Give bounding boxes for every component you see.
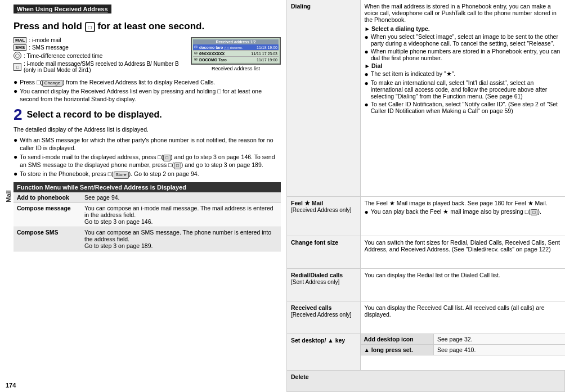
sms-icon-text: : SMS message <box>29 44 69 51</box>
right-label-redial: Redial/Dialed calls[Sent Address only] <box>287 268 360 301</box>
icon-row-sms: SMS : SMS message <box>14 44 185 51</box>
received-calls-qualifier: [Received Address only] <box>291 312 351 318</box>
right-table: Dialing When the mail address is stored … <box>287 0 565 392</box>
screen-row-3: ✉ DOCOMO Taro 11/17 19:00 <box>193 57 279 62</box>
step2-dot-2: ● <box>14 154 17 161</box>
bullet-text-1: Press □(Change) from the Received Addres… <box>20 79 215 87</box>
func-desc-sms: You can compose an SMS message. The phon… <box>81 227 281 251</box>
dialing-dial-text: Dial <box>371 62 382 69</box>
step2-bullets: ● With an SMS message for which the othe… <box>14 137 281 178</box>
mail-icon-text: : i-mode mail <box>29 37 61 43</box>
page-number: 174 <box>6 382 16 389</box>
section-header-container: When Using Received Address <box>14 4 281 17</box>
right-label-received-calls: Received calls[Received Address only] <box>287 301 360 334</box>
row1-extra: △△docomo. <box>224 46 243 49</box>
func-desc-compose: You can compose an i-mode mail message. … <box>81 202 281 227</box>
dialing-bullet-5: ●To set Caller ID Notification, select "… <box>365 101 561 114</box>
func-label-compose: Compose message <box>14 202 81 227</box>
dialing-dot-2: ● <box>365 48 369 56</box>
right-row-set-desktop: Set desktop/ ▲ key Add desktop icon See … <box>287 334 565 371</box>
dialing-select-text: Select a dialing type. <box>371 25 430 32</box>
bullet-received-calls: ● Press □(Change) from the Received Addr… <box>14 79 281 87</box>
dual-icon-text: : i-mode mail message/SMS received to Ad… <box>24 61 185 73</box>
step2-bullet-2: ● To send i-mode mail to the displayed a… <box>14 154 281 170</box>
right-row-received-calls: Received calls[Received Address only] Yo… <box>287 301 565 334</box>
redial-qualifier: [Sent Address only] <box>291 279 339 285</box>
step2-dot-3: ● <box>14 170 17 178</box>
step2-text-2: To send i-mode mail to the displayed add… <box>20 154 281 170</box>
screen-row-2: ✉ 09XXXXXXXX 11/11 17 23:03 <box>193 51 279 57</box>
dialing-bullet-1: ●When you select "Select image", select … <box>365 33 561 47</box>
dialing-dot-4: ● <box>365 79 369 87</box>
right-row-font-size: Change font size You can switch the font… <box>287 236 565 268</box>
right-label-delete: Delete <box>287 370 565 391</box>
bullet-cannot-display: ● You cannot display the Received Addres… <box>14 88 281 103</box>
right-content-set-desktop: Add desktop icon See page 32. ▲ long pre… <box>360 334 565 371</box>
sub-row-long-press: ▲ long press set. See page 410. <box>361 345 565 355</box>
row2-icon: ✉ <box>194 51 198 56</box>
sub-label-add-icon: Add desktop icon <box>361 334 434 345</box>
bullet-dot-1: ● <box>14 79 17 86</box>
feel-mail-dot: ● <box>365 208 369 216</box>
right-label-set-desktop: Set desktop/ ▲ key <box>287 334 360 371</box>
dialing-dot-5: ● <box>365 101 369 109</box>
icon-legend: MAL : i-mode mail SMS : SMS message ◯ : … <box>14 37 185 74</box>
func-label-sms: Compose SMS <box>14 227 81 251</box>
step2-number: 2 <box>14 107 23 123</box>
mail-label: Mail <box>5 190 12 202</box>
dialing-dot-3: ● <box>365 70 369 78</box>
dual-icon: □ <box>14 63 21 71</box>
sub-row-add-icon: Add desktop icon See page 32. <box>361 334 565 345</box>
feel-mail-bullet: ●You can play back the Feel ★ mail image… <box>365 208 561 216</box>
left-column: Mail When Using Received Address Press a… <box>0 0 287 392</box>
row1-name: docomo taro <box>199 46 223 49</box>
right-content-font-size: You can switch the font sizes for Redial… <box>360 236 565 268</box>
right-row-dialing: Dialing When the mail address is stored … <box>287 0 565 196</box>
right-row-feel-mail: Feel ★ Mail[Received Address only] The F… <box>287 196 565 236</box>
screen-row-1: ✉ docomo taro △△docomo. 11/18 19:00 <box>193 44 279 51</box>
step2-text-1: With an SMS message for which the other … <box>20 137 281 152</box>
right-row-delete: Delete <box>287 370 565 391</box>
dialing-b1-text: When you select "Select image", select a… <box>371 33 561 47</box>
right-row-redial: Redial/Dialed calls[Sent Address only] Y… <box>287 268 565 301</box>
dialing-b5-text: To set Caller ID Notification, select "N… <box>371 101 561 114</box>
right-column: Dialing When the mail address is stored … <box>287 0 565 392</box>
dialing-bullet-2: ●When multiple phone numbers are stored … <box>365 48 561 61</box>
icon-row-mail: MAL : i-mode mail <box>14 37 185 43</box>
right-label-font-size: Change font size <box>287 236 360 268</box>
row2-name: 09XXXXXXXX <box>199 52 225 56</box>
clock-icon: ◯ <box>14 52 21 60</box>
row1-time: 11/18 19:00 <box>257 46 277 49</box>
row3-name: DOCOMO Taro <box>199 58 227 62</box>
set-desktop-sub-table: Add desktop icon See page 32. ▲ long pre… <box>361 334 565 355</box>
change-btn: Change <box>42 80 62 87</box>
screen-header: Received address 1/2 <box>193 39 279 44</box>
sms-icon-badge: SMS <box>14 44 26 51</box>
step2-bullet-3: ● To store in the Phonebook, press □(Sto… <box>14 170 281 178</box>
step2-heading: 2 Select a record to be displayed. <box>14 107 281 123</box>
dialing-intro: When the mail address is stored in a Pho… <box>365 3 561 23</box>
func-desc-add: See page 94. <box>81 192 281 203</box>
func-menu-header: Function Menu while Sent/Received Addres… <box>14 182 281 192</box>
right-content-redial: You can display the Redial list or the D… <box>360 268 565 301</box>
edit-btn: □ <box>163 155 171 161</box>
step2-desc: The detailed display of the Address list… <box>14 126 281 134</box>
dialing-bullet-4: ●To make an international call, select "… <box>365 79 561 100</box>
icon-row-dual: □ : i-mode mail message/SMS received to … <box>14 61 185 73</box>
received-address-image: Received address 1/2 ✉ docomo taro △△doc… <box>191 37 281 74</box>
icon-row-time: ◯ : Time-difference corrected time <box>14 52 185 60</box>
sub-content-add-icon: See page 32. <box>434 334 565 345</box>
page-container: Mail When Using Received Address Press a… <box>0 0 565 392</box>
bullet-text-2: You cannot display the Received Address … <box>20 88 281 103</box>
section-header: When Using Received Address <box>14 4 111 13</box>
step2-text-3: To store in the Phonebook, press □(Store… <box>20 170 199 178</box>
func-row-sms: Compose SMS You can compose an SMS messa… <box>14 227 281 251</box>
dialing-arrow-1: ►Select a dialing type. <box>365 25 561 32</box>
right-content-feel-mail: The Feel ★ Mail image is played back. Se… <box>360 196 565 236</box>
time-icon-text: : Time-difference corrected time <box>24 53 102 59</box>
func-menu-table: Add to phonebook See page 94. Compose me… <box>14 192 281 251</box>
right-label-dialing: Dialing <box>287 0 360 196</box>
arrow-icon-2: ► <box>365 62 370 69</box>
sub-label-long-press: ▲ long press set. <box>361 345 434 355</box>
step2-dot-1: ● <box>14 137 17 144</box>
